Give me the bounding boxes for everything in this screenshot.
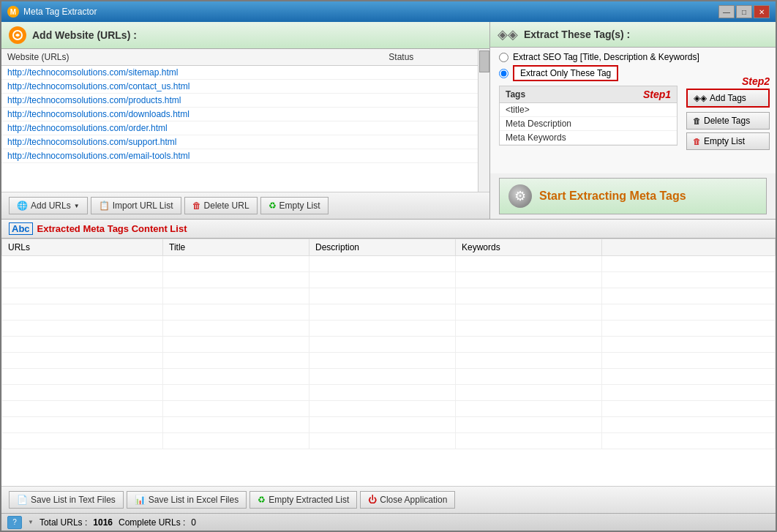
url-col-header: Website (URLs) — [1, 49, 383, 66]
content-section-header: Abc Extracted Meta Tags Content List — [1, 220, 776, 239]
table-row — [2, 256, 776, 272]
tag-item-title[interactable]: <title> — [500, 103, 677, 117]
delete-tags-button[interactable]: 🗑 Delete Tags — [686, 112, 770, 130]
tag-item-description[interactable]: Meta Description — [500, 117, 677, 131]
empty-tags-icon: 🗑 — [693, 137, 701, 146]
urls-col-header: URLs — [2, 239, 163, 256]
desc-col-header: Description — [309, 239, 456, 256]
extract-options: Extract SEO Tag [Title, Description & Ke… — [490, 48, 776, 86]
dropdown-arrow-icon: ▼ — [74, 203, 80, 209]
abc-icon: Abc — [9, 222, 33, 235]
tags-area: Tags Step1 <title> Meta Description Meta… — [490, 86, 776, 173]
save-excel-button[interactable]: 📊 Save List in Excel Files — [127, 491, 247, 509]
content-section: Abc Extracted Meta Tags Content List URL… — [1, 220, 776, 513]
content-table-wrapper: URLs Title Description Keywords — [1, 239, 776, 486]
scrollbar-thumb[interactable] — [479, 50, 489, 72]
app-icon: M — [7, 6, 19, 18]
table-row: http://technocomsolutions.com/email-tool… — [1, 149, 478, 163]
content-table: URLs Title Description Keywords — [1, 239, 776, 449]
save-text-icon: 📄 — [17, 495, 28, 505]
url-section-header: Add Website (URLs) : — [1, 22, 489, 49]
table-row — [2, 304, 776, 321]
tags-col-header: Tags — [506, 89, 525, 100]
option2-row[interactable]: Extract Only These Tag — [499, 65, 767, 81]
step2-container: ◈◈ Add Tags Step2 — [686, 89, 770, 108]
url-section-icon — [9, 26, 26, 44]
tags-list: Tags Step1 <title> Meta Description Meta… — [499, 86, 677, 146]
url-table: Website (URLs) Status http://technocomso… — [1, 49, 478, 163]
extract-section-header: ◈◈ Extract These Tag(s) : — [490, 22, 776, 48]
start-extracting-button[interactable]: ⚙ Start Extracting Meta Tags — [499, 178, 767, 214]
empty-list-button[interactable]: ♻ Empty List — [260, 197, 329, 214]
content-section-title: Extracted Meta Tags Content List — [37, 223, 187, 234]
main-window: M Meta Tag Extractor — □ ✕ Add Website (… — [0, 0, 777, 532]
right-panel: ◈◈ Extract These Tag(s) : Extract SEO Ta… — [490, 22, 776, 219]
window-title: Meta Tag Extractor — [23, 7, 97, 17]
table-row — [2, 385, 776, 401]
extract-title: Extract These Tag(s) : — [524, 29, 630, 40]
empty-icon: ♻ — [269, 201, 277, 211]
extract-icon: ◈◈ — [498, 26, 518, 42]
url-list-area: Website (URLs) Status http://technocomso… — [1, 49, 489, 192]
url-scrollbar[interactable] — [478, 49, 489, 192]
table-row: http://technocomsolutions.com/products.h… — [1, 94, 478, 108]
status-bar: ? ▼ Total URLs : 1016 Complete URLs : 0 — [1, 513, 776, 531]
option1-row[interactable]: Extract SEO Tag [Title, Description & Ke… — [499, 52, 767, 62]
table-row — [2, 369, 776, 385]
url-toolbar: 🌐 Add URLs ▼ 📋 Import URL List 🗑 Delete … — [1, 192, 489, 219]
extra-col-header2 — [602, 239, 776, 256]
add-tags-panel: ◈◈ Add Tags Step2 🗑 Delete Tags 🗑 Empty … — [680, 86, 776, 169]
close-app-icon: ⏻ — [368, 495, 377, 505]
step2-label: Step2 — [742, 75, 770, 87]
keywords-col-header: Keywords — [456, 239, 602, 256]
table-row — [2, 272, 776, 288]
minimize-button[interactable]: — — [718, 5, 735, 18]
table-row — [2, 337, 776, 353]
add-tags-button[interactable]: ◈◈ Add Tags — [686, 89, 770, 108]
option2-radio[interactable] — [499, 69, 508, 78]
delete-tags-icon: 🗑 — [693, 116, 701, 125]
start-gear-icon: ⚙ — [508, 184, 532, 208]
table-row: http://technocomsolutions.com/sitemap.ht… — [1, 66, 478, 80]
import-icon: 📋 — [99, 201, 110, 211]
window-controls: — □ ✕ — [718, 5, 770, 18]
add-tags-icon: ◈◈ — [694, 93, 707, 103]
step1-label: Step1 — [643, 89, 671, 100]
empty-extracted-button[interactable]: ♻ Empty Extracted List — [249, 491, 357, 509]
url-section-title: Add Website (URLs) : — [32, 29, 137, 41]
tags-list-header-row: Tags Step1 — [500, 86, 677, 103]
delete-url-button[interactable]: 🗑 Delete URL — [184, 197, 258, 214]
empty-tags-list-button[interactable]: 🗑 Empty List — [686, 132, 770, 150]
title-col-header: Title — [163, 239, 309, 256]
option1-radio[interactable] — [499, 53, 508, 62]
complete-urls-value: 0 — [191, 517, 196, 528]
import-url-list-button[interactable]: 📋 Import URL List — [91, 197, 181, 214]
extra-col-header — [455, 49, 478, 66]
close-button[interactable]: ✕ — [754, 5, 770, 18]
extract-only-box: Extract Only These Tag — [513, 65, 618, 81]
close-app-button[interactable]: ⏻ Close Application — [360, 491, 455, 509]
table-row — [2, 353, 776, 369]
table-row — [2, 321, 776, 337]
globe-icon: 🌐 — [17, 201, 28, 211]
status-arrow-icon: ▼ — [28, 519, 34, 525]
option1-label: Extract SEO Tag [Title, Description & Ke… — [513, 52, 699, 62]
total-urls-label: Total URLs : — [40, 517, 87, 528]
delete-icon: 🗑 — [192, 201, 201, 211]
empty-extracted-icon: ♻ — [258, 495, 266, 505]
maximize-button[interactable]: □ — [736, 5, 752, 18]
option2-label: Extract Only These Tag — [520, 68, 611, 78]
total-urls-value: 1016 — [93, 517, 113, 528]
table-row — [2, 417, 776, 433]
table-row: http://technocomsolutions.com/downloads.… — [1, 108, 478, 121]
table-row: http://technocomsolutions.com/support.ht… — [1, 135, 478, 149]
save-excel-icon: 📊 — [135, 495, 146, 505]
add-urls-button[interactable]: 🌐 Add URLs ▼ — [9, 197, 88, 214]
help-button[interactable]: ? — [7, 516, 22, 529]
tag-item-keywords[interactable]: Meta Keywords — [500, 131, 677, 145]
status-col-header: Status — [383, 49, 454, 66]
table-row — [2, 401, 776, 417]
tags-list-wrapper: Tags Step1 <title> Meta Description Meta… — [490, 86, 680, 169]
table-row: http://technocomsolutions.com/order.html — [1, 121, 478, 135]
save-text-button[interactable]: 📄 Save List in Text Files — [9, 491, 124, 509]
